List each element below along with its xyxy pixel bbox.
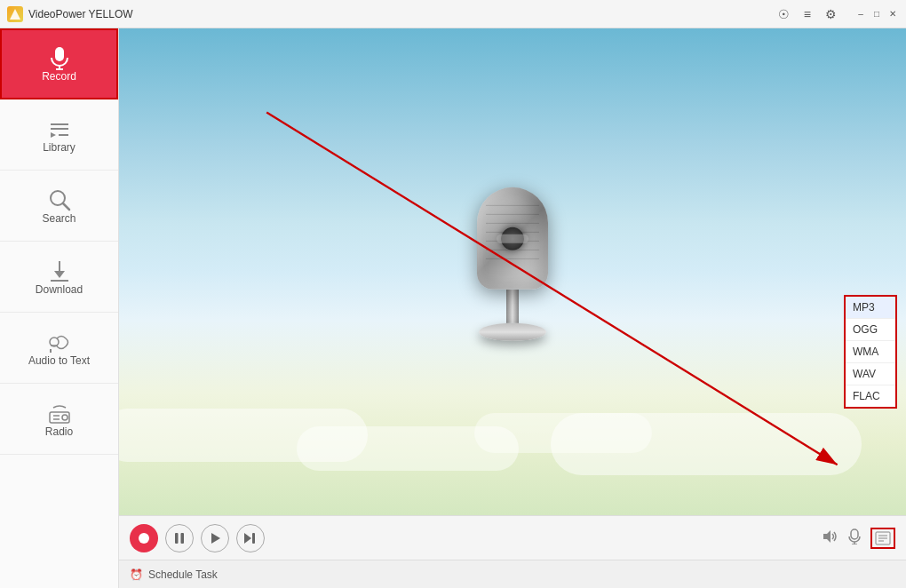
mic-body — [477, 187, 548, 290]
play-icon — [209, 532, 221, 544]
sidebar-library-label: Library — [43, 141, 76, 154]
app-title: VideoPower YELLOW — [28, 8, 775, 20]
svg-rect-16 — [50, 412, 69, 423]
svg-line-9 — [63, 203, 69, 210]
svg-rect-1 — [55, 47, 64, 61]
format-item-mp3[interactable]: MP3 — [846, 297, 895, 319]
title-bar: VideoPower YELLOW ☉ ≡ ⚙ – □ ✕ — [0, 0, 906, 28]
volume-icon[interactable] — [823, 529, 838, 547]
minimize-button[interactable]: – — [854, 8, 867, 20]
sidebar: Record Library Search — [0, 28, 119, 588]
svg-marker-25 — [244, 533, 251, 544]
cloud-4 — [474, 413, 652, 453]
mic-small-icon[interactable] — [847, 528, 862, 548]
sidebar-search-label: Search — [42, 212, 76, 225]
sidebar-item-record[interactable]: Record — [0, 28, 118, 99]
close-button[interactable]: ✕ — [886, 8, 899, 20]
svg-marker-11 — [54, 271, 65, 278]
svg-point-17 — [62, 415, 68, 420]
sidebar-item-library[interactable]: Library — [0, 99, 118, 171]
bottom-controls — [119, 515, 906, 560]
user-icon[interactable]: ☉ — [775, 5, 793, 23]
svg-rect-28 — [851, 529, 858, 539]
schedule-clock-icon: ⏰ — [130, 568, 143, 581]
main-content: MP3 OGG WMA WAV FLAC — [119, 28, 906, 588]
format-select-button[interactable] — [870, 528, 895, 549]
app-logo — [7, 6, 23, 22]
schedule-bar: ⏰ Schedule Task — [119, 560, 906, 588]
download-icon — [47, 258, 72, 283]
sidebar-item-audio-to-text[interactable]: Audio to Text — [0, 313, 118, 384]
radio-icon — [47, 401, 72, 425]
microphone-icon — [47, 45, 72, 70]
format-icon — [875, 531, 891, 545]
svg-rect-26 — [252, 533, 255, 544]
svg-marker-27 — [823, 530, 830, 543]
format-item-flac[interactable]: FLAC — [846, 385, 895, 407]
library-icon — [47, 116, 72, 141]
list-icon[interactable]: ≡ — [800, 5, 815, 23]
svg-marker-0 — [10, 9, 20, 20]
app-container: Record Library Search — [0, 28, 906, 588]
svg-rect-23 — [181, 533, 185, 544]
title-bar-controls: ☉ ≡ ⚙ – □ ✕ — [775, 5, 899, 23]
mic-base — [479, 323, 546, 341]
sidebar-item-radio[interactable]: Radio — [0, 384, 118, 455]
record-dot — [139, 533, 149, 544]
bottom-right-icons — [823, 528, 895, 549]
mic-neck — [506, 290, 519, 323]
svg-rect-22 — [175, 533, 179, 544]
clouds-area — [119, 373, 906, 480]
audio-to-text-icon — [47, 330, 72, 354]
record-button[interactable] — [130, 524, 158, 552]
schedule-label[interactable]: Schedule Task — [148, 568, 218, 581]
settings-icon[interactable]: ⚙ — [822, 5, 840, 23]
pause-icon — [173, 532, 186, 544]
sidebar-item-search[interactable]: Search — [0, 171, 118, 242]
search-icon — [47, 187, 72, 212]
format-item-wma[interactable]: WMA — [846, 341, 895, 363]
sidebar-download-label: Download — [36, 283, 83, 296]
mic-grille — [477, 187, 548, 290]
sidebar-radio-label: Radio — [45, 425, 73, 438]
sidebar-record-label: Record — [42, 70, 76, 83]
play-button[interactable] — [201, 524, 229, 552]
svg-marker-24 — [211, 533, 220, 544]
next-button[interactable] — [236, 524, 265, 552]
format-item-wav[interactable]: WAV — [846, 363, 895, 385]
maximize-button[interactable]: □ — [870, 8, 883, 20]
format-item-ogg[interactable]: OGG — [846, 319, 895, 341]
sidebar-item-download[interactable]: Download — [0, 242, 118, 313]
media-area: MP3 OGG WMA WAV FLAC — [119, 28, 906, 515]
format-dropdown: MP3 OGG WMA WAV FLAC — [844, 295, 897, 409]
pause-button[interactable] — [165, 524, 194, 552]
sidebar-audio-to-text-label: Audio to Text — [28, 354, 90, 367]
window-controls: – □ ✕ — [854, 8, 899, 20]
microphone-visual — [477, 187, 548, 341]
svg-marker-6 — [51, 132, 56, 138]
next-icon — [243, 532, 258, 544]
